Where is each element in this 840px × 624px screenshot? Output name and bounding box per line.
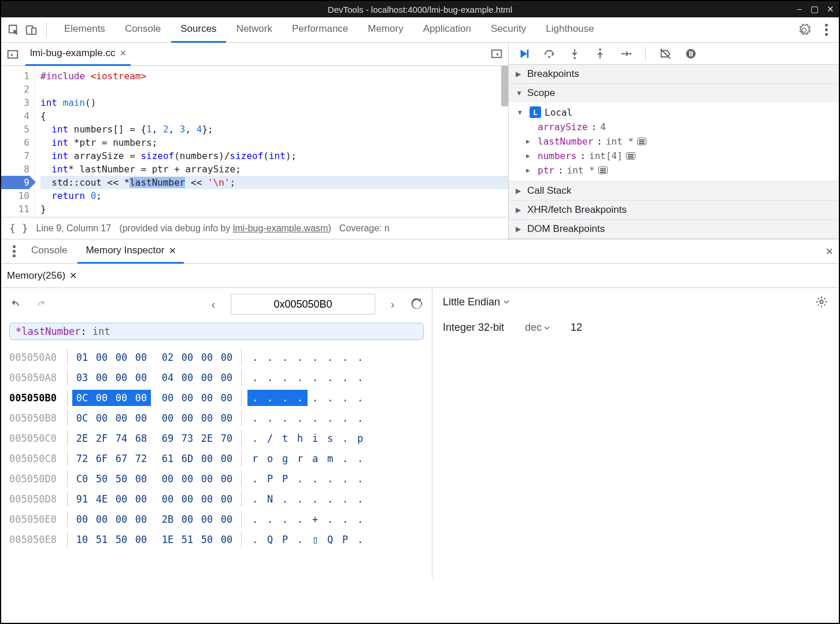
close-tab-icon[interactable]: × [169, 244, 176, 257]
hex-row[interactable]: 005050B80C00000000000000........ [9, 408, 424, 428]
pretty-print-icon[interactable]: { } [9, 222, 28, 234]
hex-row[interactable]: 005050D8914E000000000000.N...... [9, 489, 424, 509]
close-tab-icon[interactable]: × [120, 47, 126, 60]
svg-point-12 [820, 300, 823, 304]
hex-row[interactable]: 005050A80300000004000000........ [9, 367, 424, 387]
local-scope-badge: L [530, 106, 541, 118]
file-tab[interactable]: lmi-bug-example.cc × [25, 43, 131, 66]
wasm-source-link[interactable]: lmi-bug-example.wasm [233, 223, 328, 233]
tab-lighthouse[interactable]: Lighthouse [536, 17, 603, 43]
hex-row[interactable]: 005050C8726F6772616D0000rogram.. [9, 448, 424, 468]
step-over-icon[interactable] [542, 47, 556, 61]
editor-status-bar: { } Line 9, Column 17 (provided via debu… [1, 217, 508, 239]
hex-row[interactable]: 005050E0000000002B000000....+... [9, 509, 424, 529]
tab-elements[interactable]: Elements [55, 17, 114, 43]
tab-network[interactable]: Network [227, 17, 282, 43]
inspect-element-icon[interactable] [7, 23, 21, 37]
step-into-icon[interactable] [568, 47, 582, 61]
value-type-label: Integer 32-bit [443, 322, 504, 334]
value-interpreter: Little Endian Integer 32-bit dec 12 [432, 288, 839, 578]
drawer-more-icon[interactable] [7, 245, 21, 259]
value-settings-icon[interactable] [815, 295, 828, 309]
page-forward-icon[interactable]: › [386, 297, 399, 311]
resume-icon[interactable] [517, 47, 531, 61]
more-menu-icon[interactable] [819, 23, 833, 37]
breakpoints-section[interactable]: ▶Breakpoints [509, 65, 839, 83]
svg-rect-11 [691, 51, 693, 56]
coverage-label: Coverage: n [339, 223, 390, 234]
settings-gear-icon[interactable] [797, 23, 811, 37]
debugger-controls [509, 43, 839, 65]
xhr-breakpoints-section[interactable]: ▶XHR/fetch Breakpoints [509, 201, 839, 219]
source-code-editor[interactable]: 123456789101112 #include <iostream> int … [1, 66, 508, 217]
maximize-icon[interactable]: ▢ [811, 4, 819, 14]
pause-on-exceptions-icon[interactable] [684, 47, 698, 61]
panel-tabs: Elements Console Sources Network Perform… [55, 17, 604, 43]
scope-variable[interactable]: arraySize: 4 [515, 120, 839, 134]
chevron-down-icon [504, 299, 509, 305]
close-tab-icon[interactable]: × [70, 269, 77, 282]
hex-row[interactable]: 005050B00C00000000000000........ [9, 387, 424, 408]
debugger-sidebar: ▶Breakpoints ▼Scope ▼LLocal arraySize: 4… [509, 43, 839, 239]
hex-row[interactable]: 005050A00100000002000000........ [9, 347, 424, 367]
step-out-icon[interactable] [593, 47, 607, 61]
cursor-position: Line 9, Column 17 [36, 223, 112, 234]
device-toggle-icon[interactable] [24, 23, 38, 37]
svg-rect-4 [527, 49, 529, 58]
svg-rect-1 [32, 28, 36, 34]
highlight-chip[interactable]: *lastNumber: int [9, 323, 424, 340]
debugger-sidebar-toggle-icon[interactable] [490, 47, 504, 61]
hex-row[interactable]: 005050E8105150001E515000.QP.▯QP. [9, 529, 424, 549]
svg-point-7 [599, 48, 601, 50]
scope-variable[interactable]: ▶ptr: int * [515, 163, 839, 178]
sources-panel: lmi-bug-example.cc × 123456789101112 #in… [1, 43, 509, 239]
drawer-tab-strip: Console Memory Inspector× × [1, 239, 839, 264]
deactivate-breakpoints-icon[interactable] [658, 47, 672, 61]
minimize-icon[interactable]: ‒ [797, 4, 802, 14]
endianness-select[interactable]: Little Endian [443, 296, 500, 308]
main-toolbar: Elements Console Sources Network Perform… [1, 17, 839, 43]
address-input[interactable] [231, 294, 375, 315]
dom-breakpoints-section[interactable]: ▶DOM Breakpoints [509, 220, 839, 238]
line-number-gutter[interactable]: 123456789101112 [1, 66, 35, 217]
tab-sources[interactable]: Sources [171, 17, 225, 43]
navigator-toggle-icon[interactable] [6, 47, 20, 61]
window-title: DevTools - localhost:4000/lmi-bug-exampl… [328, 5, 512, 14]
tab-application[interactable]: Application [414, 17, 480, 43]
code-lines: #include <iostream> int main() { int num… [35, 66, 508, 217]
svg-rect-2 [8, 50, 18, 58]
svg-rect-10 [689, 51, 690, 56]
drawer-tab-memory-inspector[interactable]: Memory Inspector× [77, 239, 184, 264]
scope-variable[interactable]: ▶numbers: int[4] [515, 149, 839, 163]
window-controls: ‒ ▢ ✕ [797, 4, 834, 14]
step-icon[interactable] [619, 47, 632, 61]
reveal-in-memory-icon[interactable] [598, 167, 608, 174]
memory-instance-tab[interactable]: Memory(256) × [1, 264, 839, 288]
hex-row[interactable]: 005050C02E2F746869732E70./this.p [9, 428, 424, 448]
hex-viewer: ‹ › *lastNumber: int 005050A001000000020… [1, 288, 432, 578]
scope-body: ▼LLocal arraySize: 4▶lastNumber: int * ▶… [509, 102, 839, 181]
hex-row[interactable]: 005050D0C050500000000000.PP..... [9, 468, 424, 489]
tab-security[interactable]: Security [482, 17, 535, 43]
tab-console[interactable]: Console [116, 17, 170, 43]
hex-grid[interactable]: 005050A00100000002000000........005050A8… [9, 347, 424, 549]
scope-section[interactable]: ▼Scope [509, 84, 839, 102]
reveal-in-memory-icon[interactable] [626, 152, 635, 160]
scrollbar[interactable] [501, 66, 508, 106]
format-select[interactable]: dec [525, 322, 550, 334]
svg-point-8 [629, 53, 631, 55]
callstack-section[interactable]: ▶Call Stack [509, 182, 839, 200]
close-drawer-icon[interactable]: × [826, 244, 833, 259]
reveal-in-memory-icon[interactable] [637, 138, 646, 145]
tab-performance[interactable]: Performance [283, 17, 357, 43]
undo-icon[interactable] [9, 297, 23, 311]
file-tab-strip: lmi-bug-example.cc × [1, 43, 508, 66]
page-back-icon[interactable]: ‹ [206, 297, 220, 311]
close-icon[interactable]: ✕ [827, 4, 834, 14]
drawer-tab-console[interactable]: Console [23, 239, 75, 264]
tab-memory[interactable]: Memory [358, 17, 412, 43]
redo-icon[interactable] [34, 297, 47, 311]
refresh-icon[interactable] [410, 297, 424, 311]
scope-variable[interactable]: ▶lastNumber: int * [515, 134, 839, 149]
svg-rect-3 [492, 50, 502, 57]
